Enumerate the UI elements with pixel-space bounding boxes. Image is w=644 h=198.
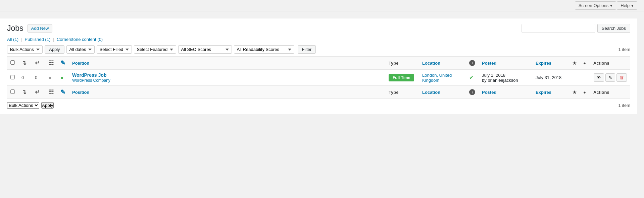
apply-button-top[interactable]: Apply (45, 45, 64, 54)
th-person: ● (580, 57, 590, 70)
add-new-button[interactable]: Add New (28, 24, 53, 32)
info-icon-bottom: i (469, 89, 475, 95)
export-icon: ↵ (35, 60, 40, 66)
page-title-area: Jobs Add New (7, 24, 52, 33)
row-dot-grey: ● (45, 70, 57, 86)
table-row: 0 0 ● ● WordPress Job (7, 70, 630, 86)
green-dot-icon: ● (60, 75, 64, 80)
tfoot-th-posted: Posted (479, 86, 532, 99)
th-expires: Expires (532, 57, 569, 70)
jobs-table: ↴ ↵ ☷ ✎ Position Type (7, 56, 630, 99)
filter-button[interactable]: Filter (298, 45, 316, 54)
delete-button[interactable]: 🗑 (616, 73, 627, 82)
filter-published-link[interactable]: Published (1) (25, 37, 52, 42)
help-button[interactable]: Help ▾ (617, 1, 637, 10)
view-button[interactable]: 👁 (594, 73, 604, 82)
row-posted-cell: July 1, 2018 by brianleejackson (479, 70, 532, 86)
screen-options-label: Screen Options (579, 3, 609, 8)
edit-pencil-icon: ✎ (608, 75, 612, 80)
job-company-link[interactable]: WordPress Company (72, 78, 110, 83)
expires-sort-link[interactable]: Expires (536, 61, 551, 66)
th-icon-qr: ☷ (45, 57, 57, 70)
eye-icon: 👁 (597, 75, 601, 80)
job-title: WordPress Job (72, 72, 382, 78)
top-bar: Screen Options ▾ Help ▾ (0, 0, 644, 11)
info-icon-top: i (469, 60, 475, 66)
pen-icon-footer: ✎ (60, 89, 65, 95)
star-value: – (573, 75, 575, 80)
location-anchor[interactable]: London, United Kingdom (422, 73, 452, 83)
filter-cornerstone-link[interactable]: Cornerstone content (0) (57, 37, 103, 42)
person-value: – (583, 75, 586, 80)
export-icon-footer: ↵ (35, 89, 40, 95)
verified-check-icon: ✔ (469, 75, 474, 80)
th-icon-export: ↵ (32, 57, 45, 70)
page-wrapper: Screen Options ▾ Help ▾ Jobs Add New Sea… (0, 0, 644, 198)
location-sort-link-footer[interactable]: Location (422, 90, 440, 95)
th-star: ★ (569, 57, 580, 70)
row-person-cell: – (580, 70, 590, 86)
top-toolbar: Bulk Actions Apply All dates Select Fill… (7, 45, 630, 54)
qr-icon-footer: ☷ (48, 89, 54, 95)
page-title: Jobs (7, 24, 23, 33)
expires-sort-link-footer[interactable]: Expires (536, 90, 551, 95)
filter-all-link[interactable]: All (1) (7, 37, 20, 42)
position-sort-link[interactable]: Position (72, 61, 89, 66)
select-filled-select[interactable]: Select Filled (97, 45, 132, 54)
position-sort-link-footer[interactable]: Position (72, 90, 89, 95)
all-readability-scores-select[interactable]: All Readability Scores (234, 45, 294, 54)
table-footer-row: ↴ ↵ ☷ ✎ Position Type (7, 86, 630, 99)
bulk-actions-select-top[interactable]: Bulk Actions (7, 45, 43, 54)
screen-options-button[interactable]: Screen Options ▾ (575, 1, 616, 10)
search-input[interactable] (522, 24, 595, 33)
screen-options-chevron-icon: ▾ (610, 3, 612, 8)
grey-dot-icon: ● (48, 75, 52, 80)
expires-date: July 31, 2018 (536, 75, 561, 80)
all-seo-scores-select[interactable]: All SEO Scores (178, 45, 232, 54)
edit-button[interactable]: ✎ (605, 73, 615, 82)
row-info-cell: ✔ (466, 70, 479, 86)
import-icon: ↴ (21, 60, 27, 66)
job-company: WordPress Company (72, 78, 382, 83)
tfoot-th-type: Type (385, 86, 419, 99)
tfoot-th-import: ↴ (18, 86, 32, 99)
pen-icon: ✎ (60, 60, 65, 66)
posted-sort-link[interactable]: Posted (482, 61, 496, 66)
filter-links: All (1) | Published (1) | Cornerstone co… (7, 37, 630, 42)
row-checkbox[interactable] (10, 75, 15, 79)
all-dates-select[interactable]: All dates (66, 45, 95, 54)
job-title-link[interactable]: WordPress Job (72, 72, 106, 78)
posted-sort-link-footer[interactable]: Posted (482, 90, 496, 95)
th-icon-import: ↴ (18, 57, 32, 70)
th-type: Type (385, 57, 419, 70)
qr-icon: ☷ (48, 60, 54, 66)
search-area: Search Jobs (522, 24, 630, 33)
action-buttons: 👁 ✎ 🗑 (593, 73, 627, 82)
bulk-actions-select-bottom[interactable]: Bulk Actions (7, 102, 39, 109)
location-sort-link[interactable]: Location (422, 61, 440, 66)
th-position: Position (69, 57, 385, 70)
apply-button-bottom[interactable]: Apply (41, 102, 54, 109)
trash-icon: 🗑 (620, 75, 624, 80)
row-checkbox-cell (7, 70, 18, 86)
row-type-cell: Full Time (385, 70, 419, 86)
tfoot-th-info: i (466, 86, 479, 99)
tfoot-th-pen: ✎ (57, 86, 69, 99)
select-all-checkbox-top[interactable] (10, 60, 15, 65)
select-all-checkbox-bottom[interactable] (10, 89, 15, 94)
th-actions: Actions (590, 57, 630, 70)
main-content: Jobs Add New Search Jobs All (1) | Publi… (0, 18, 637, 114)
bottom-item-count: 1 item (618, 103, 630, 108)
select-featured-select[interactable]: Select Featured (134, 45, 176, 54)
bottom-toolbar-left: Bulk Actions Apply (7, 102, 54, 109)
tfoot-th-location: Location (419, 86, 466, 99)
bottom-toolbar: Bulk Actions Apply 1 item (7, 102, 630, 109)
posted-by: by brianleejackson (482, 78, 518, 83)
tfoot-th-qr: ☷ (45, 86, 57, 99)
separator-2: | (53, 37, 54, 42)
search-jobs-button[interactable]: Search Jobs (597, 24, 630, 33)
separator-1: | (21, 37, 22, 42)
table-header-row: ↴ ↵ ☷ ✎ Position Type (7, 57, 630, 70)
row-num-b: 0 (32, 70, 45, 86)
tfoot-th-position: Position (69, 86, 385, 99)
